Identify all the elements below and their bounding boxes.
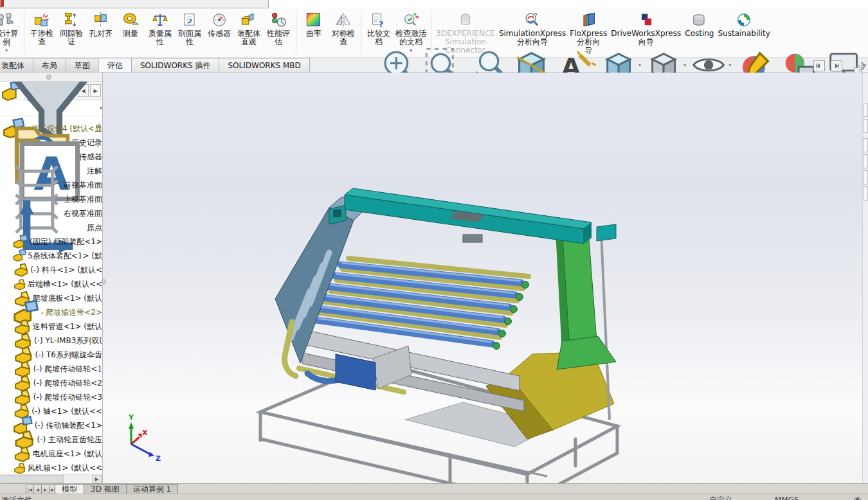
- toolbar-button-label: 孔对齐: [89, 30, 113, 38]
- task-pane-tab-5[interactable]: [863, 170, 868, 184]
- tree-filter-row[interactable]: ▾: [0, 100, 102, 116]
- toolbar-button-label: Costing: [685, 30, 714, 38]
- part-icon: [13, 461, 28, 474]
- svg-text:*: *: [415, 14, 419, 22]
- toolbar-button-simulationxpress[interactable]: SimulationXpress 分析向导: [497, 10, 568, 47]
- tree-item-label: 风机箱<1> (默认<<: [28, 463, 102, 474]
- tree-item[interactable]: 原点: [0, 220, 102, 235]
- command-tab-5[interactable]: SOLIDWORKS 插件: [131, 58, 219, 72]
- filter-caret-icon[interactable]: ▾: [100, 105, 102, 111]
- tree-item-label: (-) 爬坡传动链轮<3: [33, 392, 102, 403]
- tree-scroll-up-button[interactable]: ˄: [98, 123, 101, 129]
- status-bar: 激活文件 自定义 MMGS 👁: [0, 494, 868, 500]
- interference-check-icon: [33, 11, 51, 29]
- toolbar-button-performance-evaluation[interactable]: 性能评 估: [264, 10, 293, 47]
- toolbar-button-sustainability[interactable]: Sustainability: [716, 10, 772, 39]
- toolbar-button-interference-check[interactable]: 干涉检 查: [27, 10, 57, 47]
- tree-item-label: 爬坡输送带<2>: [46, 307, 102, 318]
- task-pane-tab-2[interactable]: [863, 119, 868, 133]
- toolbar-button-assembly-visualization[interactable]: 装配体 直观: [234, 10, 264, 47]
- status-units[interactable]: MMGS: [775, 495, 799, 500]
- heads-up-view-toolbar: A▾▾▾▾▾: [376, 58, 868, 72]
- costing-icon: [691, 11, 709, 29]
- toolbar-button-measure[interactable]: 测量: [116, 10, 145, 39]
- toolbar-button-curvature[interactable]: 曲率: [299, 10, 329, 39]
- bottom-tab-1[interactable]: 模型: [55, 484, 84, 494]
- toolbar-button-section-properties[interactable]: 剖面属 性: [175, 10, 204, 47]
- divider-handle-icon: [101, 279, 106, 284]
- panel-splitter[interactable]: [0, 73, 102, 82]
- svg-text:X: X: [142, 429, 148, 437]
- toolbar-button-mass-properties[interactable]: 质量属 性: [145, 10, 175, 47]
- bottom-tab-3[interactable]: 运动算例 1: [126, 484, 178, 494]
- toolbar-button-design-study[interactable]: 设计算 例▾: [0, 10, 21, 54]
- task-pane-tab-4[interactable]: [863, 154, 868, 168]
- collapse-left-pane-button[interactable]: [813, 60, 825, 71]
- task-pane-tab-1[interactable]: [863, 103, 868, 117]
- dropdown-caret-icon[interactable]: ▾: [729, 62, 732, 68]
- tree-horizontal-scrollbar[interactable]: ▶: [0, 474, 102, 483]
- reference-triad: Y X Z: [128, 413, 161, 463]
- tree-item-label: (-) 传动轴装配<1>: [35, 420, 102, 431]
- toolbar-button-label: 性能评 估: [267, 30, 290, 46]
- toolbar-button-label: SimulationXpress 分析向导: [499, 30, 566, 46]
- panel-viewport-divider[interactable]: [100, 269, 105, 294]
- toolbar-button-label: 检查激活 的文档: [395, 30, 426, 46]
- tree-item-label: 5条线体装配<1> (默: [28, 251, 102, 262]
- dropdown-caret-icon[interactable]: ▾: [5, 48, 8, 53]
- toolbar-button-sensor[interactable]: 传感器: [204, 10, 234, 39]
- document-bottom-tabs: 模型3D 视图运动算例 1: [55, 484, 177, 494]
- tree-item[interactable]: 风机箱<1> (默认<<: [0, 461, 102, 474]
- toolbar-button-clearance-verification[interactable]: 间隙验 证: [57, 10, 86, 47]
- task-pane-tab-6[interactable]: [863, 186, 868, 201]
- dropdown-caret-icon[interactable]: ▾: [683, 62, 686, 68]
- toolbar-button-label: 曲率: [306, 30, 321, 38]
- tree-item-label: (固定) 框架装配<1>: [30, 237, 102, 247]
- scrollbar-thumb[interactable]: [1, 475, 64, 483]
- toolbar-button-label: 设计算 例: [0, 30, 18, 46]
- curvature-icon: [305, 11, 323, 29]
- scroll-right-button[interactable]: ▶: [92, 475, 102, 483]
- toolbar-button-driveworksxpress[interactable]: DriveWorksXpress 向导: [609, 10, 683, 47]
- mass-properties-icon: [151, 11, 169, 29]
- command-tab-6[interactable]: SOLIDWORKS MBD: [219, 58, 309, 72]
- toolbar-separator: [24, 12, 24, 53]
- tree-item[interactable]: (固定) 框架装配<1>: [0, 235, 102, 249]
- symmetry-check-icon: [334, 11, 352, 29]
- sustainability-icon: [735, 11, 753, 29]
- toolbar-button-symmetry-check[interactable]: 对称检 查: [329, 10, 358, 47]
- tree-item-label: (-) 主动轮直齿轮压: [37, 434, 102, 445]
- warning-icon: [41, 308, 44, 317]
- command-tab-4[interactable]: 评估: [98, 58, 132, 72]
- bottom-tab-2[interactable]: 3D 视图: [84, 484, 127, 494]
- dropdown-caret-icon[interactable]: ▾: [638, 62, 641, 68]
- toolbar-button-label: Sustainability: [718, 30, 770, 38]
- window-controls: ❯: [813, 59, 866, 72]
- status-text: 激活文件: [1, 495, 32, 500]
- svg-text:Z: Z: [156, 454, 161, 463]
- design-study-icon: [0, 11, 15, 29]
- feature-tree: 烘干设备4 (默认<显˄历史记录传感器A注解前视基准面上视基准面右视基准面原点(…: [0, 116, 102, 474]
- toolbar-button-label: 剖面属 性: [178, 30, 201, 46]
- toolbar-button-label: 测量: [123, 30, 138, 38]
- graphics-viewport[interactable]: Y X Z: [103, 73, 862, 483]
- toolbar-button-compare-documents[interactable]: ?比较文 档: [364, 10, 393, 47]
- threedx-simulation-icon: [457, 11, 475, 29]
- tree-item-label: 前视基准面: [64, 180, 102, 191]
- model-3d-view[interactable]: Y X Z: [103, 73, 862, 483]
- task-pane-tab-3[interactable]: [863, 138, 868, 152]
- tree-scroll-down-button[interactable]: ˅: [98, 465, 101, 471]
- clearance-verification-icon: [62, 11, 80, 29]
- solidworks-window: 设计算 例▾干涉检 查间隙验 证孔对齐测量质量属 性剖面属 性传感器装配体 直观…: [0, 0, 868, 500]
- tree-item[interactable]: 电机底座<1> (默认: [0, 447, 102, 461]
- tree-item[interactable]: (-) 料斗<1> (默认<: [0, 263, 102, 277]
- toolbar-button-label: DriveWorksXpress 向导: [611, 30, 681, 46]
- toolbar-separator: [296, 12, 296, 53]
- status-custom[interactable]: 自定义: [709, 495, 732, 500]
- collapse-right-pane-button[interactable]: [831, 60, 842, 71]
- tree-item-label: (-) YL-IMB3系列双(: [34, 335, 102, 346]
- toolbar-button-label: 间隙验 证: [60, 30, 83, 46]
- tree-item-label: 后端槽<1> (默认<<: [28, 279, 102, 290]
- toolbar-button-hole-alignment[interactable]: 孔对齐: [86, 10, 116, 39]
- toolbar-button-costing[interactable]: Costing: [683, 10, 716, 39]
